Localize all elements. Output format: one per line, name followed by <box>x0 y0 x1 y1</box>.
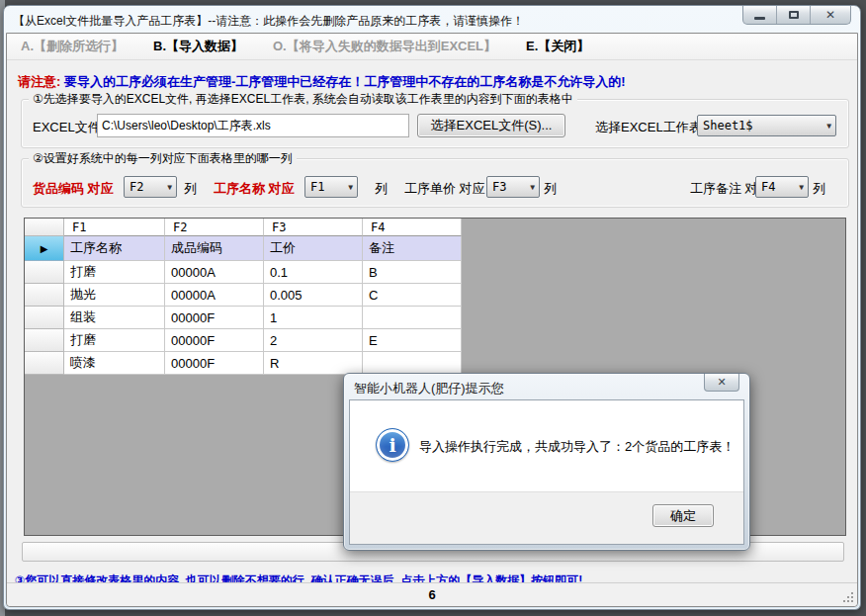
message-dialog: 智能小机器人(肥仔)提示您 ✕ i 导入操作执行完成，共成功导入了：2个货品的工… <box>343 373 750 551</box>
menu-item-export-failed[interactable]: O.【将导入失败的数据导出到EXCEL】 <box>273 38 496 55</box>
cell[interactable]: 喷漆 <box>64 352 165 375</box>
dialog-body: i 导入操作执行完成，共成功导入了：2个货品的工序表！ 确定 <box>349 399 744 545</box>
menu-item-close[interactable]: E.【关闭】 <box>526 38 589 55</box>
notice-body: 要导入的工序必须在生产管理-工序管理中已经存在！工序管理中不存在的工序名称是不允… <box>64 74 626 89</box>
mapping-value-product-code: F2 <box>130 180 143 194</box>
mapping-suffix: 列 <box>544 180 557 198</box>
cell[interactable]: 00000F <box>165 307 264 329</box>
table-row[interactable]: 喷漆 00000F R <box>25 352 845 375</box>
dialog-close-button[interactable]: ✕ <box>704 374 739 392</box>
file-select-group-legend: ①先选择要导入的EXCEL文件, 再选择EXCEL工作表, 系统会自动读取该工作… <box>29 91 577 108</box>
excel-file-label: EXCEL文件 <box>33 119 101 136</box>
row-count: 6 <box>428 587 435 602</box>
cell[interactable]: 打磨 <box>64 329 165 352</box>
choose-excel-file-button[interactable]: 选择EXCEL文件(S)... <box>417 114 565 137</box>
row-selector-cell[interactable] <box>25 329 64 352</box>
cell[interactable] <box>363 307 462 329</box>
cell[interactable]: 00000A <box>165 261 264 284</box>
chevron-down-icon: ▼ <box>167 183 172 192</box>
column-header-f3[interactable]: F3 <box>264 219 363 236</box>
table-row[interactable]: 抛光 00000A 0.005 C <box>25 284 845 307</box>
cell[interactable]: 0.1 <box>264 261 363 284</box>
dialog-title: 智能小机器人(肥仔)提示您 <box>354 380 504 397</box>
close-icon: ✕ <box>825 9 835 21</box>
mapping-label-process-name: 工序名称 对应 <box>214 180 295 198</box>
column-mapping-group: ②设置好系统中的每一列对应下面表格里的哪一列 货品编码 对应 F2 ▼ 列 工序… <box>21 158 849 208</box>
cell[interactable]: 工价 <box>264 236 363 261</box>
window-title: 【从Excel文件批量导入产品工序表】--请注意：此操作会先删除产品原来的工序表… <box>13 13 524 30</box>
dialog-footer: 确定 <box>350 491 743 544</box>
sheet-select-label: 选择EXCEL工作表 <box>595 119 702 136</box>
cell[interactable]: C <box>363 284 462 307</box>
window-titlebar[interactable]: 【从Excel文件批量导入产品工序表】--请注意：此操作会先删除产品原来的工序表… <box>4 6 860 33</box>
resize-grip-icon[interactable] <box>842 591 854 603</box>
mapping-dropdown-process-remark[interactable]: F4 ▼ <box>755 176 809 198</box>
column-header-f1[interactable]: F1 <box>64 219 165 236</box>
mapping-suffix: 列 <box>184 180 197 198</box>
notice-text: 请注意: 要导入的工序必须在生产管理-工序管理中已经存在！工序管理中不存在的工序… <box>18 73 626 91</box>
cell[interactable]: 00000A <box>165 284 264 307</box>
mapping-dropdown-process-name[interactable]: F1 ▼ <box>304 176 358 198</box>
close-button[interactable]: ✕ <box>811 6 850 24</box>
mapping-dropdown-product-code[interactable]: F2 ▼ <box>124 176 177 198</box>
chevron-down-icon: ▼ <box>348 183 353 192</box>
cell[interactable]: 组装 <box>64 307 165 329</box>
cell[interactable]: 抛光 <box>64 284 165 307</box>
cell[interactable]: 工序名称 <box>64 236 165 261</box>
ok-button[interactable]: 确定 <box>652 504 714 527</box>
mapping-value-process-price: F3 <box>492 180 506 194</box>
file-select-group: ①先选择要导入的EXCEL文件, 再选择EXCEL工作表, 系统会自动读取该工作… <box>21 99 849 148</box>
cell[interactable]: R <box>264 352 363 375</box>
mapping-value-process-remark: F4 <box>761 180 775 194</box>
cell[interactable]: 2 <box>264 329 363 352</box>
notice-prefix: 请注意: <box>18 74 64 89</box>
minimize-icon <box>754 17 765 20</box>
grid-header-row: F1 F2 F3 F4 <box>25 219 845 236</box>
mapping-value-process-name: F1 <box>310 180 324 194</box>
row-selector-cell[interactable] <box>25 307 64 329</box>
column-header-f2[interactable]: F2 <box>165 219 264 236</box>
cell[interactable]: 0.005 <box>264 284 363 307</box>
cell[interactable]: 打磨 <box>64 261 165 284</box>
sheet-select-dropdown[interactable]: Sheet1$ ▼ <box>697 115 836 136</box>
table-row[interactable]: 打磨 00000A 0.1 B <box>25 261 845 284</box>
mapping-label-process-price: 工序单价 对应 <box>404 180 485 198</box>
chevron-down-icon: ▼ <box>799 183 804 192</box>
row-selector-cell[interactable] <box>25 284 64 307</box>
window-controls: ✕ <box>742 6 851 25</box>
column-header-f4[interactable]: F4 <box>363 219 462 236</box>
table-row-selected[interactable]: ▶ 工序名称 成品编码 工价 备注 <box>25 236 845 261</box>
chevron-down-icon: ▼ <box>826 122 831 131</box>
chevron-down-icon: ▼ <box>530 183 535 192</box>
mapping-dropdown-process-price[interactable]: F3 ▼ <box>486 176 540 198</box>
cell[interactable] <box>363 352 462 375</box>
row-selector-cell[interactable] <box>25 261 64 284</box>
menu-bar: A.【删除所选行】 B.【导入数据】 O.【将导入失败的数据导出到EXCEL】 … <box>7 34 857 60</box>
table-row[interactable]: 打磨 00000F 2 E <box>25 329 845 352</box>
current-row-marker-icon: ▶ <box>41 243 48 254</box>
grid-corner-cell[interactable] <box>25 219 64 236</box>
column-mapping-group-legend: ②设置好系统中的每一列对应下面表格里的哪一列 <box>29 150 297 167</box>
cell[interactable]: 1 <box>264 307 363 329</box>
cell[interactable]: 00000F <box>165 329 264 352</box>
dialog-message-area: i 导入操作执行完成，共成功导入了：2个货品的工序表！ <box>350 400 743 491</box>
row-selector-cell[interactable]: ▶ <box>25 236 64 261</box>
menu-item-import-data[interactable]: B.【导入数据】 <box>153 38 243 55</box>
cell[interactable]: 备注 <box>363 236 462 261</box>
cell[interactable]: E <box>363 329 462 352</box>
close-icon: ✕ <box>717 376 726 389</box>
sheet-select-value: Sheet1$ <box>703 119 753 132</box>
mapping-suffix: 列 <box>813 180 825 198</box>
mapping-suffix: 列 <box>375 180 388 198</box>
minimize-button[interactable] <box>743 6 777 24</box>
cell[interactable]: 00000F <box>165 352 264 375</box>
menu-item-delete-rows[interactable]: A.【删除所选行】 <box>21 38 124 55</box>
excel-file-path-input[interactable] <box>97 114 409 137</box>
maximize-button[interactable] <box>777 6 811 24</box>
table-row[interactable]: 组装 00000F 1 <box>25 307 845 329</box>
row-selector-cell[interactable] <box>25 352 64 375</box>
cell[interactable]: 成品编码 <box>165 236 264 261</box>
restore-icon <box>789 11 799 19</box>
info-icon: i <box>376 428 409 462</box>
cell[interactable]: B <box>363 261 462 284</box>
